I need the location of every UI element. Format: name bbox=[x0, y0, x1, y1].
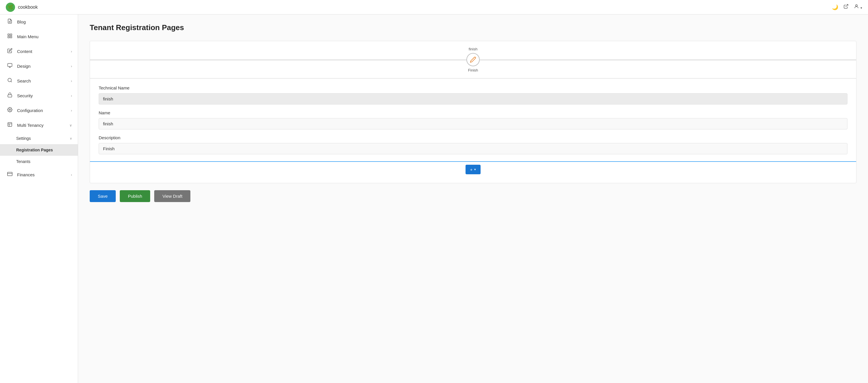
configuration-chevron-icon: › bbox=[71, 109, 72, 113]
wizard-wrapper: finish Finish bbox=[90, 41, 856, 78]
content-icon bbox=[7, 48, 13, 55]
sidebar-label-main-menu: Main Menu bbox=[17, 34, 38, 39]
svg-rect-15 bbox=[8, 122, 12, 126]
main-menu-icon bbox=[7, 33, 13, 40]
form-area: Technical Name Name Description bbox=[90, 79, 856, 161]
settings-chevron-icon: ∨ bbox=[70, 137, 72, 140]
sidebar-item-content[interactable]: Content › bbox=[0, 44, 78, 59]
sidebar-label-multi-tenancy: Multi Tenancy bbox=[17, 123, 43, 128]
svg-line-0 bbox=[845, 4, 848, 7]
svg-rect-6 bbox=[8, 36, 9, 38]
dark-mode-icon[interactable]: 🌙 bbox=[832, 4, 838, 10]
sidebar-label-security: Security bbox=[17, 93, 33, 98]
design-chevron-icon: › bbox=[71, 64, 72, 68]
add-block-button[interactable]: + ▾ bbox=[466, 165, 481, 174]
view-draft-button[interactable]: View Draft bbox=[154, 190, 190, 202]
technical-name-input[interactable] bbox=[99, 93, 847, 105]
sidebar: Blog Main Menu Content › bbox=[0, 14, 78, 383]
topbar-left: 🌿 cookbook bbox=[6, 3, 38, 12]
wizard-label-top: finish bbox=[469, 47, 477, 51]
save-button[interactable]: Save bbox=[90, 190, 116, 202]
sidebar-item-configuration[interactable]: Configuration › bbox=[0, 103, 78, 118]
svg-rect-7 bbox=[10, 36, 12, 38]
content-chevron-icon: › bbox=[71, 50, 72, 54]
finances-chevron-icon: › bbox=[71, 173, 72, 177]
svg-point-14 bbox=[9, 109, 11, 111]
sidebar-label-design: Design bbox=[17, 64, 31, 69]
wizard-node: finish Finish bbox=[466, 47, 480, 72]
sidebar-item-blog[interactable]: Blog bbox=[0, 14, 78, 29]
sidebar-subitem-registration-pages[interactable]: Registration Pages bbox=[0, 144, 78, 156]
design-icon bbox=[7, 63, 13, 69]
blue-divider bbox=[90, 161, 856, 162]
sidebar-item-multi-tenancy[interactable]: Multi Tenancy ∨ bbox=[0, 118, 78, 132]
sidebar-label-configuration: Configuration bbox=[17, 108, 43, 113]
wizard-label-bottom: Finish bbox=[468, 68, 478, 72]
svg-rect-13 bbox=[8, 95, 12, 97]
search-icon bbox=[7, 78, 13, 84]
sidebar-subitem-tenants[interactable]: Tenants bbox=[0, 156, 78, 167]
app-logo: 🌿 bbox=[6, 3, 15, 12]
sidebar-label-finances: Finances bbox=[17, 172, 35, 177]
description-input[interactable] bbox=[99, 143, 847, 154]
sidebar-item-main-menu[interactable]: Main Menu bbox=[0, 29, 78, 44]
user-menu-icon[interactable]: ▾ bbox=[854, 4, 862, 10]
svg-line-12 bbox=[11, 81, 11, 82]
action-bar: Save Publish View Draft bbox=[90, 190, 857, 202]
svg-point-1 bbox=[856, 5, 857, 6]
main-content: Tenant Registration Pages finish Finish … bbox=[78, 14, 868, 383]
svg-rect-5 bbox=[10, 34, 12, 35]
app-title: cookbook bbox=[18, 5, 38, 10]
add-block-chevron-icon: ▾ bbox=[474, 168, 476, 171]
svg-rect-8 bbox=[8, 63, 12, 66]
sidebar-label-content: Content bbox=[17, 49, 32, 54]
sidebar-label-settings: Settings bbox=[16, 136, 31, 141]
page-title: Tenant Registration Pages bbox=[90, 23, 857, 32]
sidebar-label-registration-pages: Registration Pages bbox=[16, 148, 53, 152]
sidebar-label-search: Search bbox=[17, 79, 31, 83]
blog-icon bbox=[7, 19, 13, 25]
add-icon: + bbox=[470, 167, 473, 172]
security-icon bbox=[7, 92, 13, 99]
external-link-icon[interactable] bbox=[843, 4, 848, 10]
wizard-card: finish Finish Technical Name Name Descri… bbox=[90, 41, 857, 183]
sidebar-label-blog: Blog bbox=[17, 20, 26, 24]
finances-icon bbox=[7, 171, 13, 178]
svg-rect-18 bbox=[7, 172, 12, 176]
sidebar-item-design[interactable]: Design › bbox=[0, 59, 78, 73]
sidebar-item-finances[interactable]: Finances › bbox=[0, 167, 78, 182]
multi-tenancy-chevron-icon: ∨ bbox=[69, 123, 72, 127]
topbar: 🌿 cookbook 🌙 ▾ bbox=[0, 0, 868, 14]
multi-tenancy-icon bbox=[7, 122, 13, 128]
topbar-right: 🌙 ▾ bbox=[832, 4, 862, 10]
search-chevron-icon: › bbox=[71, 79, 72, 83]
sidebar-item-search[interactable]: Search › bbox=[0, 73, 78, 88]
wizard-circle bbox=[466, 53, 480, 66]
svg-point-11 bbox=[8, 78, 11, 82]
technical-name-label: Technical Name bbox=[99, 85, 847, 90]
name-input[interactable] bbox=[99, 118, 847, 129]
add-block-container: + ▾ bbox=[90, 165, 856, 174]
sidebar-item-security[interactable]: Security › bbox=[0, 88, 78, 103]
svg-rect-4 bbox=[8, 34, 9, 35]
layout: Blog Main Menu Content › bbox=[0, 14, 868, 383]
sidebar-label-tenants: Tenants bbox=[16, 159, 30, 164]
security-chevron-icon: › bbox=[71, 94, 72, 98]
publish-button[interactable]: Publish bbox=[120, 190, 150, 202]
name-label: Name bbox=[99, 110, 847, 115]
configuration-icon bbox=[7, 107, 13, 114]
sidebar-subitem-settings[interactable]: Settings ∨ bbox=[0, 132, 78, 144]
description-label: Description bbox=[99, 135, 847, 140]
